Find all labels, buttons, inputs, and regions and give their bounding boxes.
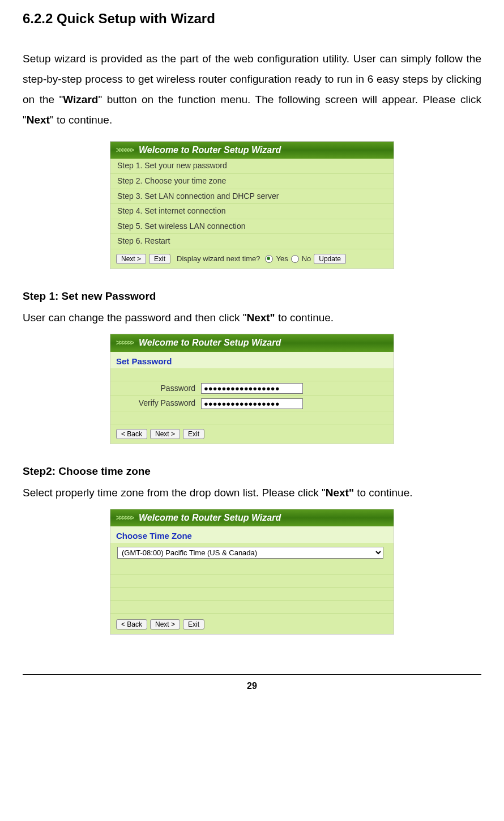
radio-yes[interactable] [265, 255, 273, 263]
wizard-step-list: Step 1. Set your new password Step 2. Ch… [110, 159, 394, 249]
timezone-select[interactable]: (GMT-08:00) Pacific Time (US & Canada) [117, 547, 383, 559]
back-button[interactable]: < Back [116, 619, 147, 629]
list-item: Step 2. Choose your time zone [110, 174, 394, 189]
timezone-body: (GMT-08:00) Pacific Time (US & Canada) [110, 543, 394, 615]
intro-text-3: " to continue. [50, 114, 112, 126]
radio-no-label: No [302, 254, 311, 264]
wizard-header: >>>>>> Welcome to Router Setup Wizard [110, 509, 394, 526]
exit-button[interactable]: Exit [149, 254, 170, 264]
list-item: Step 1. Set your new password [110, 159, 394, 174]
spacer-row [110, 588, 394, 601]
verify-password-label: Verify Password [116, 398, 201, 409]
wizard-password-panel: >>>>>> Welcome to Router Setup Wizard Se… [110, 334, 394, 444]
update-button[interactable]: Update [314, 254, 346, 264]
wizard-button-row: < Back Next > Exit [110, 615, 394, 634]
password-label: Password [116, 383, 201, 394]
step2-text-1: Select properly time zone from the drop … [23, 487, 326, 499]
wizard-welcome-panel: >>>>>> Welcome to Router Setup Wizard St… [110, 141, 394, 269]
step2-bold: Next" [326, 487, 354, 499]
verify-password-row: Verify Password [110, 396, 394, 411]
step1-text-2: to continue. [275, 312, 334, 324]
step1-text-1: User can change the password and then cl… [23, 312, 246, 324]
display-prompt: Display wizard next time? [177, 254, 260, 264]
spacer-row [110, 561, 394, 575]
step1-text: User can change the password and then cl… [23, 308, 481, 328]
wizard-header-title: Welcome to Router Setup Wizard [139, 512, 281, 524]
wizard-header-title: Welcome to Router Setup Wizard [139, 337, 281, 349]
next-button[interactable]: Next > [150, 429, 180, 439]
list-item: Step 4. Set internet connection [110, 204, 394, 219]
next-button[interactable]: Next > [116, 254, 146, 264]
page-number: 29 [247, 681, 257, 691]
wizard-timezone-panel: >>>>>> Welcome to Router Setup Wizard Ch… [110, 509, 394, 635]
section-heading: 6.2.2 Quick Setup with Wizard [23, 6, 481, 32]
wizard-header-title: Welcome to Router Setup Wizard [139, 144, 281, 156]
step1-title: Step 1: Set new Password [23, 286, 481, 307]
bold-wizard: Wizard [63, 93, 98, 105]
chevrons-icon: >>>>>> [116, 338, 133, 348]
spacer-row [110, 575, 394, 588]
set-password-label: Set Password [110, 352, 394, 368]
spacer-row [110, 601, 394, 614]
password-field[interactable] [201, 383, 303, 394]
list-item: Step 6. Restart [110, 234, 394, 249]
list-item: Step 3. Set LAN connection and DHCP serv… [110, 189, 394, 205]
password-row: Password [110, 381, 394, 397]
exit-button[interactable]: Exit [183, 619, 204, 629]
page-footer: 29 [23, 674, 481, 695]
spacer-row [110, 411, 394, 424]
exit-button[interactable]: Exit [183, 429, 204, 439]
choose-timezone-label: Choose Time Zone [110, 526, 394, 543]
chevrons-icon: >>>>>> [116, 513, 133, 523]
spacer-row [110, 368, 394, 381]
radio-no[interactable] [291, 255, 299, 263]
wizard-header: >>>>>> Welcome to Router Setup Wizard [110, 142, 394, 159]
wizard-button-row: Next > Exit Display wizard next time? Ye… [110, 249, 394, 269]
password-form: Password Verify Password [110, 368, 394, 424]
wizard-button-row: < Back Next > Exit [110, 424, 394, 444]
step1-bold: Next" [246, 312, 275, 324]
wizard-header: >>>>>> Welcome to Router Setup Wizard [110, 334, 394, 351]
step2-text-2: to continue. [354, 487, 413, 499]
next-button[interactable]: Next > [150, 619, 180, 629]
step2-title: Step2: Choose time zone [23, 461, 481, 482]
verify-password-field[interactable] [201, 398, 303, 409]
radio-yes-label: Yes [276, 254, 288, 264]
step2-text: Select properly time zone from the drop … [23, 483, 481, 503]
intro-paragraph: Setup wizard is provided as the part of … [23, 49, 481, 130]
back-button[interactable]: < Back [116, 429, 147, 439]
chevrons-icon: >>>>>> [116, 146, 133, 155]
bold-next: Next [27, 114, 50, 126]
list-item: Step 5. Set wireless LAN connection [110, 219, 394, 235]
